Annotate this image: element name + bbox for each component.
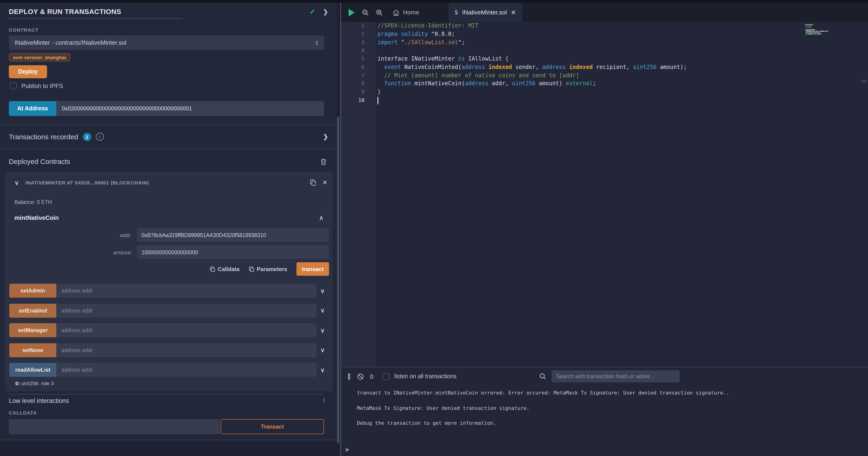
calldata-action-label: Calldata — [218, 266, 240, 272]
at-address-button[interactable]: At Address — [9, 101, 56, 116]
low-level-transact-button[interactable]: Transact — [221, 419, 324, 434]
code-area[interactable]: 1//SPDX-License-Identifier: MIT2pragma s… — [341, 22, 868, 367]
code-line-4: 4 — [341, 47, 868, 55]
setAdmin-button[interactable]: setAdmin — [9, 284, 56, 297]
contract-label: CONTRACT — [9, 27, 38, 33]
panel-header-icons: ✓ ❯ — [310, 7, 328, 16]
param-label: addr: — [5, 232, 137, 238]
terminal-prompt[interactable]: > — [345, 446, 349, 453]
setNone-expand-icon[interactable]: ∨ — [316, 346, 329, 353]
search-icon — [539, 373, 546, 380]
status-check-icon: ✓ — [310, 7, 315, 16]
tab-close-icon[interactable]: ✕ — [511, 9, 516, 16]
setNone-input[interactable] — [56, 343, 316, 357]
transact-button[interactable]: transact — [297, 262, 329, 276]
panel-forward-icon[interactable]: ❯ — [323, 8, 328, 15]
calldata-input[interactable] — [9, 419, 220, 434]
setManager-input[interactable] — [56, 323, 316, 337]
panel-scrollbar[interactable] — [337, 116, 339, 444]
amount-param-input[interactable] — [137, 246, 329, 259]
tab-home-label: Home — [403, 9, 419, 16]
home-icon — [393, 9, 399, 16]
low-level-divider — [9, 394, 324, 395]
low-level-row: Transact — [9, 419, 324, 434]
function-row-setManager: setManager∨ — [9, 323, 329, 337]
line-number: 4 — [341, 47, 365, 55]
transactions-recorded-row[interactable]: Transactions recorded 2 i ❯ — [0, 125, 337, 149]
clear-console-icon[interactable] — [357, 373, 364, 380]
code-line-10: 10 — [341, 96, 868, 105]
function-row-setNone: setNone∨ — [9, 343, 329, 357]
tab-inativeminter-sol[interactable]: S INativeMinter.sol ✕ — [448, 3, 522, 22]
terminal-log-line-3: Debug the transaction to get more inform… — [357, 419, 863, 427]
listen-transactions-label: listen on all transactions — [395, 373, 457, 380]
code-line-9: 9} — [341, 88, 868, 96]
contract-collapse-icon[interactable]: ∨ — [14, 179, 19, 186]
editor-minimap[interactable] — [805, 24, 861, 37]
text-cursor — [377, 97, 378, 104]
remove-contract-icon[interactable]: ✕ — [322, 179, 327, 186]
remix-ide-app: DEPLOY & RUN TRANSACTIONS ✓ ❯ CONTRACT I… — [0, 0, 868, 456]
addr-param-input[interactable] — [137, 228, 329, 242]
trash-icon[interactable] — [320, 159, 327, 167]
code-line-7: 7 // Mint [amount] number of native coin… — [341, 72, 868, 80]
setAdmin-expand-icon[interactable]: ∨ — [316, 287, 329, 294]
terminal-expand-icon[interactable]: ∨∨ — [347, 373, 351, 380]
run-script-icon[interactable] — [349, 9, 354, 16]
output-value: uint256: role 3 — [20, 380, 54, 386]
function-row-setEnabled: setEnabled∨ — [9, 304, 329, 317]
deploy-button[interactable]: Deploy — [9, 65, 47, 78]
setEnabled-button[interactable]: setEnabled — [9, 304, 56, 317]
code-line-5: 5interface INativeMinter is IAllowList { — [341, 55, 868, 63]
line-number: 5 — [341, 55, 365, 63]
zoom-out-icon[interactable] — [362, 9, 369, 16]
setEnabled-expand-icon[interactable]: ∨ — [316, 307, 329, 314]
tab-home[interactable]: Home — [393, 9, 419, 16]
zoom-in-icon[interactable] — [376, 9, 382, 16]
line-number: 2 — [341, 30, 365, 39]
code-line-1: 1//SPDX-License-Identifier: MIT — [341, 22, 868, 30]
setNone-button[interactable]: setNone — [9, 343, 56, 357]
low-level-info-icon[interactable]: i — [323, 396, 325, 404]
function-rows: setAdmin∨setEnabled∨setManager∨setNone∨r… — [9, 284, 329, 382]
setAdmin-input[interactable] — [56, 284, 316, 297]
function-header-row: mintNativeCoin ∧ — [14, 214, 323, 221]
terminal-search-input[interactable] — [551, 370, 679, 382]
info-icon[interactable]: i — [96, 133, 103, 141]
output-index: 0: — [16, 380, 20, 386]
calldata-label: CALLDATA — [9, 410, 37, 416]
publish-row: Publish to IPFS — [10, 82, 63, 89]
line-number: 9 — [341, 88, 365, 96]
deployed-contract-card: ∨ INATIVEMINTER AT 0X020...00001 (BLOCKC… — [5, 171, 333, 391]
deployed-contracts-title: Deployed Contracts — [9, 158, 70, 165]
code-line-6: 6 event NativeCoinMinted(address indexed… — [341, 63, 868, 72]
copy-parameters-button[interactable]: Parameters — [249, 266, 287, 272]
transactions-expand-icon[interactable]: ❯ — [323, 133, 328, 140]
publish-ipfs-checkbox[interactable] — [10, 82, 17, 89]
read-allow-list-output: 0: uint256: role 3 — [16, 380, 54, 386]
terminal-log-line-2: MetaMask Tx Signature: User denied trans… — [357, 404, 863, 412]
copy-address-icon[interactable] — [310, 179, 316, 186]
readAllowList-expand-icon[interactable]: ∨ — [316, 366, 329, 373]
setManager-button[interactable]: setManager — [9, 323, 56, 337]
select-caret-icon: ▲▼ — [315, 40, 318, 45]
function-collapse-icon[interactable]: ∧ — [319, 214, 323, 221]
contract-select[interactable]: INativeMinter - contracts/INativeMinter.… — [9, 35, 324, 50]
line-number: 10 — [341, 96, 365, 105]
terminal-log-line-1: transact to INativeMinter.mintNativeCoin… — [357, 389, 863, 397]
listen-transactions-checkbox[interactable] — [383, 373, 390, 380]
line-number: 6 — [341, 63, 365, 72]
setManager-expand-icon[interactable]: ∨ — [316, 327, 329, 334]
param-label: amount: — [5, 250, 137, 255]
setEnabled-input[interactable] — [56, 304, 316, 317]
contract-instance-title: INATIVEMINTER AT 0X020...00001 (BLOCKCHA… — [25, 180, 304, 186]
contract-balance: Balance: 0 ETH — [14, 199, 52, 205]
deploy-run-panel: DEPLOY & RUN TRANSACTIONS ✓ ❯ CONTRACT I… — [0, 0, 337, 456]
readAllowList-button[interactable]: readAllowList — [9, 363, 56, 377]
overview-ruler-marker — [862, 80, 867, 82]
copy-calldata-button[interactable]: Calldata — [210, 266, 240, 272]
param-row-addr: addr: — [5, 228, 329, 242]
at-address-input[interactable] — [56, 101, 324, 116]
readAllowList-input[interactable] — [56, 363, 316, 377]
terminal-logs: transact to INativeMinter.mintNativeCoin… — [357, 389, 863, 434]
